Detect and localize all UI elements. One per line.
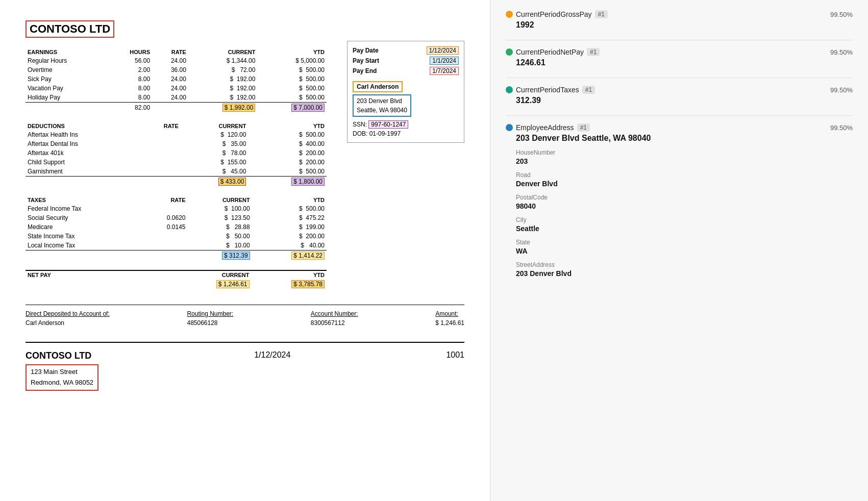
- earnings-total-row: 82.00 $ 1,992.00 $ 7,000.00: [26, 103, 327, 113]
- routing-label: Routing Number:: [187, 310, 233, 317]
- net-pay-current: $ 1,246.61: [216, 280, 250, 288]
- earnings-current-total: $ 1,992.00: [222, 104, 256, 112]
- table-row: Overtime 2.00 36.00 $ 72.00 $ 500.00: [26, 65, 327, 74]
- pay-start-value: 1/1/2024: [430, 57, 459, 65]
- postal-code-value: 98040: [516, 202, 853, 210]
- routing-value: 485066128: [187, 319, 233, 327]
- employee-addr-line1: 203 Denver Blvd: [357, 97, 402, 105]
- city-label: City: [516, 216, 853, 223]
- net-pay-row: $ 1,246.61 $ 3,785.78: [26, 279, 327, 289]
- pay-end-label: Pay End: [353, 67, 377, 74]
- street-address-value: 203 Denver Blvd: [516, 269, 853, 278]
- house-number-value: 203: [516, 157, 853, 165]
- table-row: Aftertax 401k $ 78.00 $ 200.00: [26, 148, 327, 158]
- pay-info-box: Pay Date 1/12/2024 Pay Start 1/1/2024 Pa…: [347, 41, 464, 143]
- tax-current-col: CURRENT: [188, 196, 252, 204]
- taxes-label: CurrentPeriodTaxes: [516, 86, 579, 94]
- address-value: 203 Denver Blvd Seattle, WA 98040: [516, 134, 853, 143]
- document-panel: CONTOSO LTD EARNINGS HOURS RATE CURRENT …: [0, 0, 490, 501]
- gross-pay-badge: #1: [595, 10, 608, 18]
- net-pay-ytd-col: YTD: [252, 270, 327, 279]
- earnings-ytd-total: $ 7,000.00: [291, 104, 325, 112]
- current-col-header: CURRENT: [188, 48, 258, 56]
- taxes-dot: [506, 86, 513, 93]
- taxes-current-total: $ 312.39: [222, 252, 250, 260]
- sub-field-house-number: HouseNumber 203: [516, 149, 853, 165]
- employee-name: Carl Anderson: [353, 81, 403, 92]
- tax-rate-col: RATE: [142, 196, 188, 204]
- net-pay-current-col: CURRENT: [176, 270, 252, 279]
- ded-ytd-col: YTD: [248, 122, 327, 130]
- taxes-badge: #1: [582, 86, 595, 94]
- state-value: WA: [516, 247, 853, 255]
- rate-col-header: RATE: [152, 48, 188, 56]
- net-pay-value: 1246.61: [516, 58, 853, 67]
- net-pay-ytd: $ 3,785.78: [291, 280, 325, 288]
- data-panel: CurrentPeriodGrossPay #1 99.50% 1992 Cur…: [490, 0, 868, 501]
- sub-field-road: Road Denver Blvd: [516, 171, 853, 188]
- table-row: Garnishment $ 45.00 $ 500.00: [26, 167, 327, 177]
- road-value: Denver Blvd: [516, 180, 853, 188]
- dob-value: DOB: 01-09-1997: [353, 130, 401, 137]
- field-gross-pay: CurrentPeriodGrossPay #1 99.50% 1992: [506, 10, 853, 30]
- account-label: Account Number:: [311, 310, 358, 317]
- tax-ytd-col: YTD: [252, 196, 327, 204]
- ded-rate-col: RATE: [140, 122, 180, 130]
- sub-field-postal-code: PostalCode 98040: [516, 194, 853, 210]
- postal-code-label: PostalCode: [516, 194, 853, 201]
- company-title: CONTOSO LTD: [26, 20, 114, 38]
- pay-date-value: 1/12/2024: [427, 46, 459, 55]
- earnings-header: EARNINGS: [26, 48, 107, 56]
- sub-field-state: State WA: [516, 239, 853, 255]
- account-value: 8300567112: [311, 319, 358, 327]
- gross-pay-dot: [506, 11, 513, 18]
- amount-label: Amount:: [435, 310, 464, 317]
- pay-end-value: 1/7/2024: [430, 67, 459, 75]
- document-footer: CONTOSO LTD 123 Main Street Redmond, WA …: [26, 342, 464, 391]
- dd-name: Carl Anderson: [26, 319, 110, 327]
- employee-address-box: 203 Denver Blvd Seattle, WA 98040: [353, 94, 411, 117]
- taxes-ytd-total: $ 1,414.22: [291, 252, 325, 260]
- divider-2: [506, 78, 853, 78]
- gross-pay-label: CurrentPeriodGrossPay: [516, 10, 592, 18]
- divider-1: [506, 40, 853, 40]
- ytd-col-header: YTD: [257, 48, 327, 56]
- gross-pay-confidence: 99.50%: [830, 11, 853, 18]
- sub-field-city: City Seattle: [516, 216, 853, 233]
- street-address-label: StreetAddress: [516, 261, 853, 268]
- taxes-value: 312.39: [516, 96, 853, 105]
- table-row: State Income Tax $ 50.00 $ 200.00: [26, 232, 327, 241]
- taxes-total-row: $ 312.39 $ 1,414.22: [26, 251, 327, 261]
- table-row: Federal Income Tax $ 100.00 $ 500.00: [26, 204, 327, 213]
- city-value: Seattle: [516, 224, 853, 233]
- table-row: Regular Hours 56.00 24.00 $ 1,344.00 $ 5…: [26, 56, 327, 65]
- house-number-label: HouseNumber: [516, 149, 853, 156]
- deductions-current-total: $ 433.00: [218, 178, 246, 186]
- table-row: Sick Pay 8.00 24.00 $ 192.00 $ 500.00: [26, 74, 327, 84]
- taxes-confidence: 99.50%: [830, 86, 853, 94]
- table-row: Social Security 0.0620 $ 123.50 $ 475.22: [26, 213, 327, 222]
- table-row: Holiday Pay 8.00 24.00 $ 192.00 $ 500.00: [26, 93, 327, 103]
- net-pay-label: CurrentPeriodNetPay: [516, 48, 584, 56]
- footer-company: CONTOSO LTD: [26, 350, 98, 361]
- address-badge: #1: [577, 123, 590, 132]
- direct-deposit-section: Direct Deposited to Account of: Carl And…: [26, 305, 464, 327]
- address-confidence: 99.50%: [830, 124, 853, 132]
- dd-label: Direct Deposited to Account of:: [26, 310, 110, 317]
- taxes-header: TAXES: [26, 196, 142, 204]
- amount-value: $ 1,246.61: [435, 319, 464, 327]
- footer-address-box: 123 Main Street Redmond, WA 98052: [26, 364, 98, 391]
- road-label: Road: [516, 171, 853, 179]
- pay-start-label: Pay Start: [353, 57, 379, 64]
- gross-pay-value: 1992: [516, 20, 853, 30]
- field-net-pay: CurrentPeriodNetPay #1 99.50% 1246.61: [506, 48, 853, 67]
- ded-current-col: CURRENT: [181, 122, 248, 130]
- table-row: Medicare 0.0145 $ 28.88 $ 199.00: [26, 222, 327, 232]
- address-dot: [506, 124, 513, 131]
- footer-number: 1001: [446, 350, 464, 360]
- table-row: Child Support $ 155.00 $ 200.00: [26, 158, 327, 167]
- table-row: Vacation Pay 8.00 24.00 $ 192.00 $ 500.0…: [26, 84, 327, 93]
- address-label: EmployeeAddress: [516, 123, 574, 132]
- ssn-value: 997-60-1247: [368, 120, 408, 129]
- net-pay-confidence: 99.50%: [830, 48, 853, 56]
